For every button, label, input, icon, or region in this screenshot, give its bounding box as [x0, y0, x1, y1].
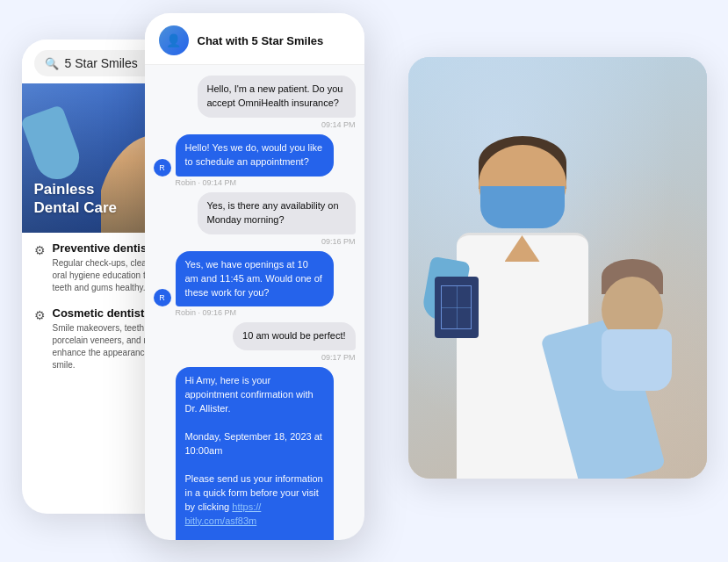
- robin-avatar-4: R: [154, 289, 171, 306]
- photo-card: [408, 57, 707, 479]
- glove-decoration: [22, 104, 85, 185]
- message-5: 10 am would be perfect! 09:17 PM: [154, 322, 356, 362]
- cosmetic-icon: ⚙: [34, 308, 46, 322]
- coat-collar: [505, 235, 540, 262]
- bubble-4: Yes, we have openings at 10 am and 11:45…: [176, 251, 334, 307]
- phone-chat: 👤 Chat with 5 Star Smiles Hello, I'm a n…: [145, 13, 364, 540]
- form-link[interactable]: https:// bitly.com/asf83m: [185, 501, 262, 526]
- chat-title: Chat with 5 Star Smiles: [198, 34, 324, 47]
- search-icon: 🔍: [45, 57, 59, 70]
- photo-scene: [408, 57, 707, 479]
- sender-row-6: R Hi Amy, here is your appointment confi…: [154, 367, 334, 540]
- xray-lines: [441, 285, 472, 329]
- robin-avatar-2: R: [154, 159, 171, 177]
- preventive-icon: ⚙: [34, 243, 46, 257]
- time-5: 09:17 PM: [321, 353, 356, 362]
- patient-bib: [602, 329, 672, 391]
- hero-text: Painless Dental Care: [34, 181, 117, 217]
- meta-2: Robin · 09:14 PM: [154, 178, 237, 187]
- main-scene: 🔍 5 Star Smiles Painless Dental Care ⚙ P…: [22, 13, 707, 549]
- patient-chair: [580, 285, 694, 479]
- xray-image: [435, 277, 479, 338]
- meta-4: Robin · 09:16 PM: [154, 308, 237, 317]
- avatar-emoji: 👤: [166, 33, 181, 47]
- bubble-2: Hello! Yes we do, would you like to sche…: [176, 134, 334, 177]
- bubble-3: Yes, is there any availability on Monday…: [198, 192, 356, 234]
- message-2: R Hello! Yes we do, would you like to sc…: [154, 134, 356, 187]
- chat-messages[interactable]: Hello, I'm a new patient. Do you accept …: [145, 65, 364, 540]
- message-3: Yes, is there any availability on Monday…: [154, 192, 356, 246]
- message-6: R Hi Amy, here is your appointment confi…: [154, 367, 356, 540]
- bubble-5: 10 am would be perfect!: [233, 322, 355, 350]
- bubble-1: Hello, I'm a new patient. Do you accept …: [198, 76, 356, 118]
- chat-header: 👤 Chat with 5 Star Smiles: [145, 13, 364, 65]
- message-4: R Yes, we have openings at 10 am and 11:…: [154, 251, 356, 318]
- time-1: 09:14 PM: [321, 120, 356, 129]
- bubble-6: Hi Amy, here is your appointment confirm…: [176, 367, 334, 540]
- sender-row-2: R Hello! Yes we do, would you like to sc…: [154, 134, 334, 177]
- time-3: 09:16 PM: [321, 237, 356, 246]
- dentist-mask: [480, 186, 565, 228]
- message-1: Hello, I'm a new patient. Do you accept …: [154, 76, 356, 129]
- search-text: 5 Star Smiles: [65, 56, 138, 70]
- chat-avatar: 👤: [159, 25, 189, 55]
- sender-row-4: R Yes, we have openings at 10 am and 11:…: [154, 251, 334, 307]
